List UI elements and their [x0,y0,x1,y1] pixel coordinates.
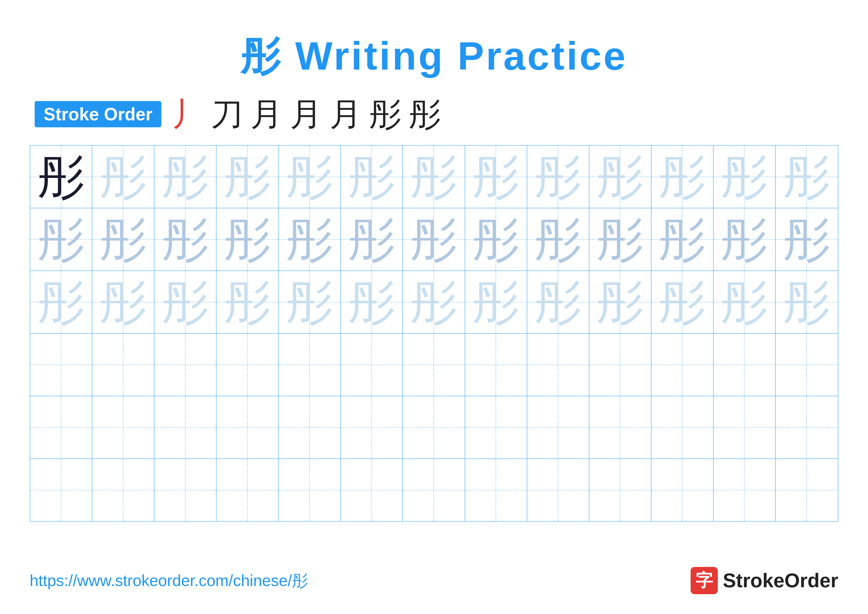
char-r1c9: 彤 [535,153,581,201]
grid-cell-r1c9[interactable]: 彤 [527,146,589,208]
grid-cell-r6c5[interactable] [279,459,341,521]
char-r2c2: 彤 [100,216,147,263]
grid-cell-r3c4[interactable]: 彤 [217,271,279,333]
footer-url: https://www.strokeorder.com/chinese/彤 [30,570,308,591]
grid-row-6 [30,459,838,521]
grid-cell-r4c6[interactable] [341,334,403,396]
grid-cell-r6c10[interactable] [589,459,651,521]
grid-cell-r2c9[interactable]: 彤 [527,208,589,270]
grid-cell-r5c10[interactable] [589,396,651,459]
grid-cell-r6c3[interactable] [154,459,217,521]
grid-cell-r5c12[interactable] [714,396,776,459]
grid-cell-r3c7[interactable]: 彤 [403,271,465,333]
grid-cell-r2c13[interactable]: 彤 [776,208,838,270]
grid-cell-r5c6[interactable] [341,396,403,459]
grid-cell-r4c10[interactable] [589,334,651,396]
grid-cell-r2c6[interactable]: 彤 [341,208,403,270]
grid-cell-r4c13[interactable] [776,334,838,396]
grid-cell-r5c13[interactable] [776,396,838,459]
grid-cell-r1c5[interactable]: 彤 [279,146,341,208]
grid-cell-r2c3[interactable]: 彤 [154,208,217,270]
grid-cell-r5c3[interactable] [154,396,217,459]
grid-cell-r3c6[interactable]: 彤 [341,271,403,333]
grid-cell-r1c8[interactable]: 彤 [465,146,527,208]
grid-cell-r6c9[interactable] [527,459,589,521]
grid-cell-r3c2[interactable]: 彤 [92,271,154,333]
grid-cell-r4c8[interactable] [465,334,527,396]
grid-cell-r4c3[interactable] [154,334,217,396]
grid-cell-r3c12[interactable]: 彤 [714,271,776,333]
grid-cell-r6c13[interactable] [776,459,838,521]
grid-cell-r4c12[interactable] [714,334,776,396]
grid-cell-r6c2[interactable] [92,459,154,521]
grid-cell-r1c6[interactable]: 彤 [341,146,403,208]
grid-cell-r4c5[interactable] [279,334,341,396]
grid-cell-r1c12[interactable]: 彤 [714,146,776,208]
footer: https://www.strokeorder.com/chinese/彤 字 … [30,567,838,594]
stroke-order-badge: Stroke Order [35,101,161,127]
grid-cell-r6c6[interactable] [341,459,403,521]
grid-cell-r3c13[interactable]: 彤 [776,271,838,333]
grid-cell-r2c7[interactable]: 彤 [403,208,465,270]
grid-cell-r2c5[interactable]: 彤 [279,208,341,270]
grid-cell-r3c10[interactable]: 彤 [589,271,651,333]
grid-cell-r1c7[interactable]: 彤 [403,146,465,208]
stroke-4: 月 [290,98,322,130]
char-r1c7: 彤 [410,153,457,201]
char-r1c6: 彤 [348,153,395,201]
grid-cell-r3c5[interactable]: 彤 [279,271,341,333]
grid-cell-r6c7[interactable] [403,459,465,521]
char-r2c7: 彤 [410,216,457,263]
stroke-1: 丿 [171,98,203,130]
grid-cell-r2c12[interactable]: 彤 [714,208,776,270]
grid-cell-r3c9[interactable]: 彤 [527,271,589,333]
grid-cell-r1c1[interactable]: 彤 [30,146,92,208]
grid-row-2: 彤 彤 彤 彤 彤 彤 彤 彤 彤 [30,208,838,271]
grid-cell-r4c1[interactable] [30,334,92,396]
grid-cell-r6c4[interactable] [217,459,279,521]
grid-cell-r2c11[interactable]: 彤 [651,208,714,270]
grid-cell-r6c1[interactable] [30,459,92,521]
char-r3c11: 彤 [659,279,706,326]
grid-cell-r2c4[interactable]: 彤 [217,208,279,270]
grid-cell-r1c11[interactable]: 彤 [651,146,714,208]
grid-cell-r3c11[interactable]: 彤 [651,271,714,333]
grid-cell-r1c10[interactable]: 彤 [589,146,651,208]
grid-cell-r1c3[interactable]: 彤 [154,146,217,208]
grid-cell-r1c2[interactable]: 彤 [92,146,154,208]
char-r2c8: 彤 [472,216,519,263]
grid-cell-r5c11[interactable] [651,396,714,459]
grid-cell-r3c8[interactable]: 彤 [465,271,527,333]
grid-cell-r3c1[interactable]: 彤 [30,271,92,333]
char-r3c3: 彤 [162,279,209,326]
grid-cell-r5c1[interactable] [30,396,92,459]
grid-cell-r5c5[interactable] [279,396,341,459]
grid-cell-r1c4[interactable]: 彤 [217,146,279,208]
grid-cell-r2c1[interactable]: 彤 [30,208,92,270]
grid-cell-r4c2[interactable] [92,334,154,396]
char-r2c12: 彤 [721,216,768,263]
char-r3c4: 彤 [224,279,271,326]
char-r3c5: 彤 [286,279,333,326]
grid-cell-r1c13[interactable]: 彤 [776,146,838,208]
char-r1c5: 彤 [286,153,333,201]
grid-cell-r2c8[interactable]: 彤 [465,208,527,270]
stroke-7: 彤 [409,98,441,130]
grid-cell-r6c8[interactable] [465,459,527,521]
grid-cell-r3c3[interactable]: 彤 [154,271,217,333]
grid-cell-r2c10[interactable]: 彤 [589,208,651,270]
char-r3c1: 彤 [37,279,85,326]
grid-cell-r5c7[interactable] [403,396,465,459]
grid-cell-r5c8[interactable] [465,396,527,459]
grid-cell-r6c12[interactable] [714,459,776,521]
char-r2c13: 彤 [783,216,830,263]
grid-cell-r5c9[interactable] [527,396,589,459]
grid-cell-r2c2[interactable]: 彤 [92,208,154,270]
grid-cell-r4c11[interactable] [651,334,714,396]
grid-cell-r4c7[interactable] [403,334,465,396]
grid-cell-r6c11[interactable] [651,459,714,521]
grid-cell-r5c2[interactable] [92,396,154,459]
grid-cell-r5c4[interactable] [217,396,279,459]
grid-cell-r4c9[interactable] [527,334,589,396]
grid-cell-r4c4[interactable] [217,334,279,396]
